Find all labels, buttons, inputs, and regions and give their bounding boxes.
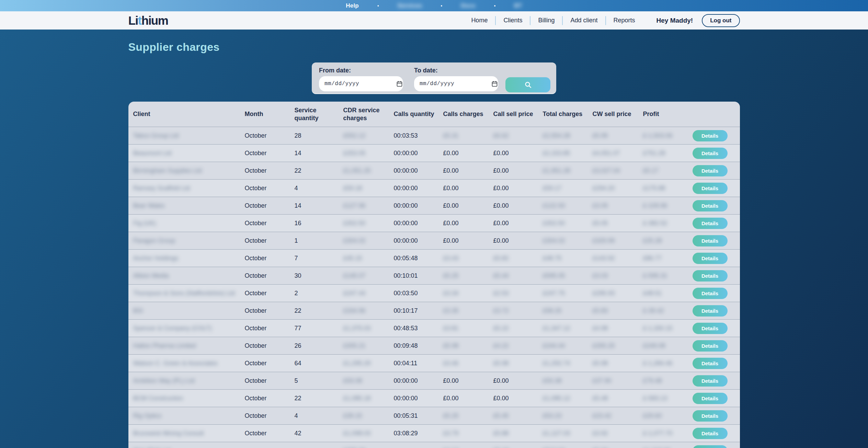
- details-button[interactable]: Details: [693, 410, 728, 422]
- cell-calls-charges: £3.34: [438, 290, 489, 297]
- cell-profit: £25.28: [638, 237, 690, 244]
- cell-calls-charges: £0.00: [438, 377, 489, 384]
- to-date-input[interactable]: [420, 81, 492, 87]
- cell-service-qty: 26: [290, 342, 339, 349]
- details-button[interactable]: Details: [693, 428, 728, 439]
- cell-service-qty: 1: [290, 237, 339, 244]
- cell-call-sell-price: £4.22: [489, 342, 538, 349]
- cell-total-charges: £2,554.28: [538, 132, 588, 139]
- cell-calls-qty: 00:03:53: [389, 132, 438, 139]
- cell-call-sell-price: £0.00: [489, 237, 538, 244]
- cell-action: Details: [690, 358, 740, 369]
- cell-cw-sell-price: £37.90: [588, 377, 638, 384]
- cell-action: Details: [690, 148, 740, 159]
- from-date-field[interactable]: [319, 76, 403, 91]
- cell-profit: £5.17: [638, 167, 690, 174]
- cell-client: BSI: [128, 307, 240, 314]
- cell-cw-sell-price: £23.42: [588, 412, 638, 420]
- cell-profit: £-1,330.15: [638, 325, 690, 332]
- table-row: Tabco Group LtdOctober28£552.1200:03:53£…: [128, 127, 740, 144]
- blurred-link-3[interactable]: BT: [514, 2, 522, 9]
- cell-action: Details: [690, 375, 740, 387]
- column-header: Call sell price: [489, 110, 538, 118]
- cell-profit: £-1,284.46: [638, 360, 690, 367]
- cell-calls-charges: £0.00: [438, 150, 489, 157]
- details-button[interactable]: Details: [693, 270, 728, 282]
- nav-item-reports[interactable]: Reports: [606, 17, 643, 24]
- table-row: BCM ConstructionOctober22£1,085.1800:00:…: [128, 389, 740, 407]
- cell-service-qty: 5: [290, 377, 339, 384]
- details-button[interactable]: Details: [693, 323, 728, 334]
- nav-item-clients[interactable]: Clients: [496, 17, 530, 24]
- cell-client: BCM Construction: [128, 395, 240, 402]
- to-date-field[interactable]: [414, 76, 498, 91]
- cell-cdr-charges: £59.18: [339, 185, 389, 192]
- column-header: Client: [128, 110, 240, 118]
- details-button[interactable]: Details: [693, 130, 728, 141]
- cell-calls-charges: £5.25: [438, 272, 489, 279]
- cell-profit: £79.48: [638, 377, 690, 384]
- table-row: Thompson & Sons (Staffordshire) LtdOctob…: [128, 284, 740, 302]
- blurred-link-1[interactable]: Services: [398, 2, 422, 9]
- details-button[interactable]: Details: [693, 218, 728, 229]
- cell-client: Tabco Group Ltd: [128, 132, 240, 139]
- details-button[interactable]: Details: [693, 393, 728, 404]
- lithium-logo[interactable]: Lithium: [128, 14, 168, 27]
- cell-client: Paragon Group: [128, 237, 240, 244]
- search-button[interactable]: [505, 77, 550, 92]
- nav-item-billing[interactable]: Billing: [530, 17, 562, 24]
- details-button[interactable]: Details: [693, 235, 728, 246]
- cell-month: October: [240, 150, 290, 157]
- cell-client: Ambition Way (PL) Ltd: [128, 377, 240, 384]
- from-date-input[interactable]: [324, 81, 397, 87]
- details-button[interactable]: Details: [693, 445, 728, 448]
- details-button[interactable]: Details: [693, 148, 728, 159]
- cell-profit: £249.08: [638, 342, 690, 349]
- help-link[interactable]: Help: [346, 2, 359, 9]
- cell-service-qty: 16: [290, 220, 339, 227]
- details-button[interactable]: Details: [693, 375, 728, 387]
- nav-item-add-client[interactable]: Add client: [563, 17, 605, 24]
- cell-action: Details: [690, 200, 740, 211]
- cell-action: Details: [690, 218, 740, 229]
- details-button[interactable]: Details: [693, 358, 728, 369]
- cell-action: Details: [690, 340, 740, 352]
- cell-call-sell-price: £5.98: [489, 360, 538, 367]
- cell-call-sell-price: £0.00: [489, 167, 538, 174]
- details-button[interactable]: Details: [693, 253, 728, 264]
- nav-item-home[interactable]: Home: [464, 17, 495, 24]
- cell-client: Halton Pharma Limited: [128, 342, 240, 349]
- cell-calls-charges: £0.00: [438, 237, 489, 244]
- details-button[interactable]: Details: [693, 340, 728, 352]
- column-header: Service quantity: [290, 106, 339, 122]
- cell-profit: £-1,077.70: [638, 430, 690, 437]
- details-button[interactable]: Details: [693, 288, 728, 299]
- cell-action: Details: [690, 323, 740, 334]
- details-button[interactable]: Details: [693, 305, 728, 317]
- column-header: Total charges: [538, 110, 588, 118]
- cell-total-charges: £304.02: [538, 237, 588, 244]
- details-button[interactable]: Details: [693, 200, 728, 211]
- details-button[interactable]: Details: [693, 165, 728, 176]
- cell-action: Details: [690, 428, 740, 439]
- cell-calls-qty: 03:08:29: [389, 430, 438, 437]
- table-row: BSIOctober22£334.9600:10:17£3.35£3.72£58…: [128, 302, 740, 319]
- logout-button[interactable]: Log out: [702, 14, 740, 27]
- table-row: Rig OpticsOctober4£39.1500:05:31£5.25£5.…: [128, 407, 740, 424]
- blurred-link-2[interactable]: Docs: [461, 2, 475, 9]
- cell-profit: £86.77: [638, 255, 690, 262]
- cell-cw-sell-price: £4,051.07: [588, 150, 638, 157]
- cell-client: Albion Media: [128, 272, 240, 279]
- details-button[interactable]: Details: [693, 183, 728, 194]
- cell-action: Details: [690, 235, 740, 246]
- calendar-icon[interactable]: [492, 81, 498, 87]
- cell-call-sell-price: £5.82: [489, 255, 538, 262]
- cell-cw-sell-price: £329.99: [588, 237, 638, 244]
- cell-client: Fig (UK): [128, 220, 240, 227]
- cell-calls-qty: 00:00:00: [389, 185, 438, 192]
- cell-total-charges: £1,085.12: [538, 395, 588, 402]
- calendar-icon[interactable]: [397, 81, 402, 87]
- cell-cdr-charges: £145.07: [339, 272, 389, 279]
- cell-service-qty: 14: [290, 202, 339, 209]
- cell-call-sell-price: £5.88: [489, 430, 538, 437]
